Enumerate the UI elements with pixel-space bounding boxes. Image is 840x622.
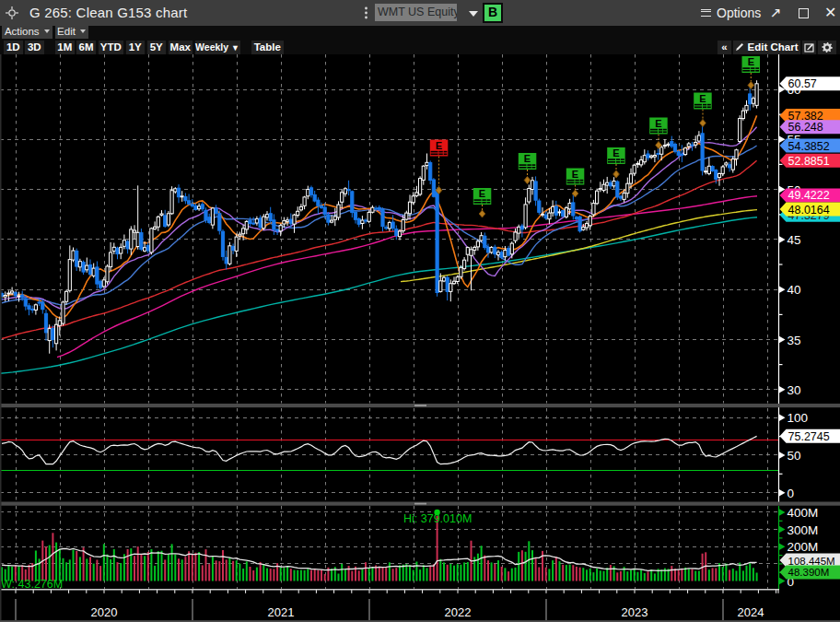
svg-text:E: E xyxy=(748,56,754,67)
svg-text:0: 0 xyxy=(788,487,795,500)
svg-text:60.57: 60.57 xyxy=(788,77,817,90)
svg-text:35: 35 xyxy=(788,334,801,347)
svg-text:2024: 2024 xyxy=(738,605,764,619)
svg-text:400M: 400M xyxy=(788,506,819,520)
svg-text:E: E xyxy=(655,118,661,129)
svg-text:E: E xyxy=(436,140,442,151)
svg-text:2022: 2022 xyxy=(445,605,472,619)
svg-text:52.8851: 52.8851 xyxy=(788,155,830,168)
svg-text:108.445M: 108.445M xyxy=(788,556,835,567)
svg-text:100: 100 xyxy=(788,411,809,425)
svg-text:300M: 300M xyxy=(788,523,819,537)
svg-text:49.4222: 49.4222 xyxy=(788,189,830,202)
svg-text:200M: 200M xyxy=(788,540,819,554)
svg-text:50: 50 xyxy=(788,449,801,463)
svg-text:40: 40 xyxy=(788,283,801,297)
svg-text:2020: 2020 xyxy=(91,605,118,619)
svg-text:E: E xyxy=(612,147,619,158)
svg-text:30: 30 xyxy=(788,383,801,397)
svg-text:E: E xyxy=(524,153,531,164)
svg-text:48.390M: 48.390M xyxy=(788,567,830,578)
svg-text:Hi: 379.010M: Hi: 379.010M xyxy=(403,512,472,525)
svg-text:W: 43.276M: W: 43.276M xyxy=(1,578,63,591)
svg-text:56.248: 56.248 xyxy=(788,121,823,134)
svg-text:54.3852: 54.3852 xyxy=(788,140,830,153)
svg-text:2021: 2021 xyxy=(268,605,295,619)
svg-text:E: E xyxy=(479,188,485,199)
svg-text:75.2745: 75.2745 xyxy=(788,430,830,443)
svg-text:E: E xyxy=(699,93,706,104)
svg-text:48.0164: 48.0164 xyxy=(788,204,830,217)
svg-text:45: 45 xyxy=(788,233,801,247)
svg-text:2023: 2023 xyxy=(622,605,648,619)
svg-text:E: E xyxy=(572,169,578,180)
